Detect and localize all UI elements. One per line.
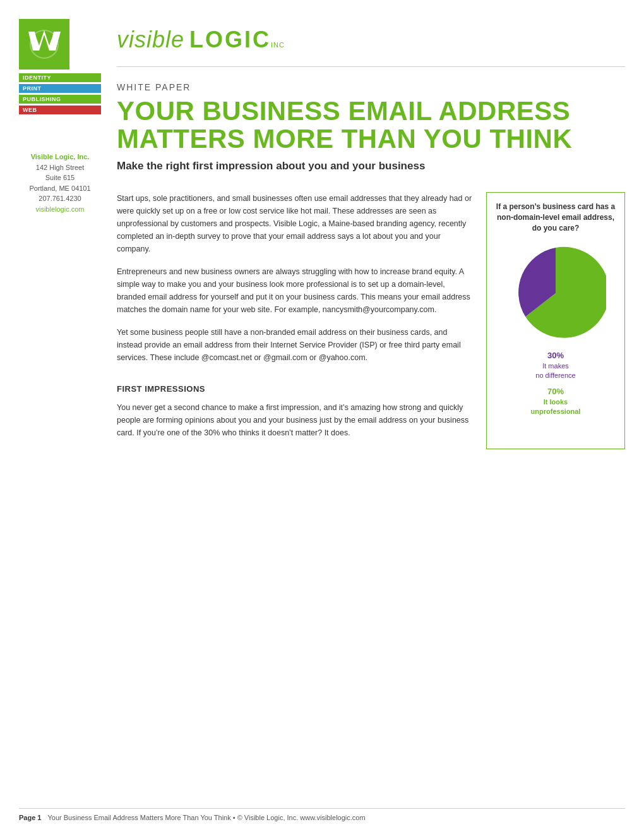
body-area: Start ups, sole practitioners, and small…: [117, 192, 625, 449]
pie-chart: [505, 243, 606, 344]
brand-name: visible LOGIC INC: [117, 27, 625, 53]
body-paragraph-3: Yet some business people still have a no…: [117, 326, 474, 364]
logo-icon: [25, 25, 63, 63]
brand-header: visible LOGIC INC: [117, 27, 625, 53]
tag-print: PRINT: [19, 84, 101, 93]
company-name: Visible Logic, Inc.: [19, 152, 101, 162]
footer: Page 1 Your Business Email Address Matte…: [19, 808, 625, 821]
chart-question: If a person’s business card has a non-do…: [494, 202, 617, 233]
chart-label-purple: 30% It makesno difference: [494, 350, 617, 381]
body-text: Start ups, sole practitioners, and small…: [117, 192, 474, 449]
address-line3: Portland, ME 04101: [19, 183, 101, 194]
section-heading: FIRST IMPRESSIONS: [117, 383, 474, 396]
chart-box: If a person’s business card has a non-do…: [486, 192, 625, 449]
main-subtitle: Make the right first impression about yo…: [117, 159, 625, 173]
body-paragraph-1: Start ups, sole practitioners, and small…: [117, 192, 474, 255]
chart-label-green: 70% It looksunprofessional: [494, 386, 617, 417]
phone: 207.761.4230: [19, 193, 101, 204]
logo-box: [19, 19, 69, 70]
chart-percent-purple: 30%: [547, 351, 564, 360]
body-paragraph-2: Entrepreneurs and new business owners ar…: [117, 265, 474, 316]
tag-web: WEB: [19, 106, 101, 114]
chart-desc-purple: It makesno difference: [535, 362, 575, 379]
footer-page-label: Page 1: [19, 814, 41, 821]
brand-rule: [117, 66, 625, 67]
address-line1: 142 High Street: [19, 162, 101, 173]
footer-text: Your Business Email Address Matters More…: [47, 814, 365, 821]
tag-publishing: PUBLISHING: [19, 95, 101, 104]
brand-logic-word: LOGIC: [189, 27, 271, 53]
logo-area: IDENTITY PRINT PUBLISHING WEB: [19, 19, 101, 114]
tag-identity: IDENTITY: [19, 73, 101, 82]
chart-desc-green: It looksunprofessional: [531, 398, 581, 415]
section-body: You never get a second chance to make a …: [117, 401, 474, 439]
white-paper-label: WHITE PAPER: [117, 82, 625, 92]
website: visiblelogic.com: [19, 204, 101, 215]
main-content: WHITE PAPER YOUR BUSINESS EMAIL ADDRESS …: [117, 76, 625, 449]
chart-labels: 30% It makesno difference 70% It looksun…: [494, 350, 617, 417]
address-line2: Suite 615: [19, 172, 101, 183]
brand-visible-word: visible: [117, 27, 184, 53]
chart-percent-green: 70%: [547, 387, 564, 396]
logo-tags: IDENTITY PRINT PUBLISHING WEB: [19, 73, 101, 114]
company-info: Visible Logic, Inc. 142 High Street Suit…: [19, 152, 101, 214]
brand-inc: INC: [271, 41, 285, 49]
main-title: YOUR BUSINESS EMAIL ADDRESS MATTERS MORE…: [117, 97, 625, 153]
